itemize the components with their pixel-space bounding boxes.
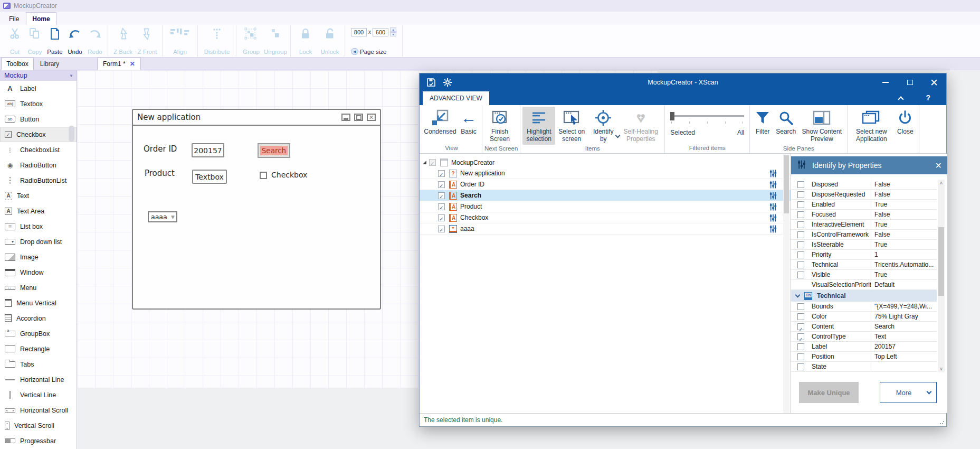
property-row[interactable]: VisualSelectionPriority Default	[791, 280, 937, 290]
property-row[interactable]: IsControlFramework False	[791, 230, 937, 240]
toolbox-item[interactable]: Button	[0, 111, 77, 127]
show-content-preview-button[interactable]: Show Content Preview	[798, 107, 845, 145]
product-textbox[interactable]: Textbox	[192, 170, 227, 184]
identify-by-button[interactable]: Identify by	[588, 107, 619, 145]
product-label[interactable]: Product	[145, 169, 175, 178]
order-id-textbox[interactable]: 200157	[192, 143, 224, 157]
tab-form1[interactable]: Form1 * ✕	[97, 58, 141, 70]
tree-row-checkbox[interactable]	[438, 203, 445, 210]
toolbox-item[interactable]: List box	[0, 219, 77, 234]
toolbox-item[interactable]: Vertical Scroll	[0, 418, 77, 433]
identify-properties-icon[interactable]	[769, 214, 777, 223]
minimize-icon[interactable]	[873, 73, 898, 91]
tree-row-checkbox[interactable]	[438, 192, 445, 199]
chevron-down-icon[interactable]: ▼	[69, 73, 73, 78]
property-row[interactable]: Label 200157	[791, 342, 937, 352]
tree-row[interactable]: Product	[420, 201, 791, 212]
toolbox-item[interactable]: Label	[0, 81, 77, 96]
page-size-spinner[interactable]: ▲▼	[390, 27, 396, 36]
identify-properties-icon[interactable]	[769, 225, 777, 235]
unlock-button[interactable]: Unlock	[318, 25, 342, 57]
toolbox-item[interactable]: Accordion	[0, 311, 77, 326]
scroll-down-icon[interactable]: ∨	[938, 366, 945, 372]
tree-row[interactable]: Order ID	[420, 179, 791, 190]
search-button[interactable]: Search	[774, 107, 798, 137]
property-row[interactable]: Enabled True	[791, 200, 937, 210]
toolbox-item[interactable]: Image	[0, 249, 77, 265]
section-chevron-icon[interactable]	[795, 293, 801, 298]
maximize-icon[interactable]	[898, 73, 922, 91]
tree-row[interactable]: aaaa	[420, 223, 791, 235]
order-id-label[interactable]: Order ID	[144, 144, 177, 154]
property-checkbox[interactable]	[797, 241, 804, 248]
tree-row-checkbox[interactable]	[429, 159, 436, 166]
select-on-screen-button[interactable]: Select on screen	[556, 107, 587, 145]
technical-section-header[interactable]: Th Technical	[791, 290, 937, 302]
tab-library[interactable]: Library	[35, 58, 64, 70]
toolbox-item[interactable]: Checkbox	[0, 127, 77, 142]
highlight-selection-button[interactable]: Highlight selection	[522, 107, 555, 145]
property-checkbox[interactable]	[797, 191, 804, 198]
toolbox-item[interactable]: Menu	[0, 280, 77, 295]
distribute-button[interactable]: Distribute	[201, 25, 233, 57]
property-checkbox[interactable]	[797, 201, 804, 208]
identify-properties-icon[interactable]	[769, 170, 777, 179]
identify-properties-icon[interactable]	[769, 181, 777, 190]
copy-button[interactable]: Copy	[25, 25, 45, 57]
filtered-items-slider[interactable]: Selected All	[667, 107, 747, 136]
mockup-checkbox-label[interactable]: Checkbox	[271, 171, 307, 179]
group-button[interactable]: Group	[239, 25, 263, 57]
toolbox-item[interactable]: Menu Vertical	[0, 295, 77, 311]
mockup-window[interactable]: New application ✕ Order ID 200157 Search…	[132, 109, 381, 310]
page-size-back-icon[interactable]: ◀	[351, 48, 358, 55]
redo-button[interactable]: Redo	[85, 25, 105, 57]
tree-expander-icon[interactable]	[423, 161, 426, 164]
lock-button[interactable]: Lock	[293, 25, 318, 57]
tree-row[interactable]: New application	[420, 168, 791, 179]
tree-row-checkbox[interactable]	[438, 170, 445, 177]
property-row[interactable]: Disposed False	[791, 180, 937, 190]
toolbox-item[interactable]: CheckboxList	[0, 142, 77, 157]
sketch-close-icon[interactable]: ✕	[367, 114, 376, 121]
condensed-button[interactable]: Condensed	[423, 107, 457, 137]
mockup-dropdown[interactable]: aaaa ▼	[148, 211, 177, 222]
properties-scrollbar[interactable]: ∧ ∨	[938, 180, 945, 372]
property-checkbox[interactable]	[797, 313, 804, 320]
tab-toolbox[interactable]: Toolbox	[1, 58, 34, 70]
property-checkbox[interactable]	[797, 221, 804, 228]
toolbox-item[interactable]: Text Area	[0, 203, 77, 219]
close-window-icon[interactable]: ✕	[922, 73, 946, 91]
close-xscan-button[interactable]: Close	[893, 107, 917, 137]
more-chevron-icon[interactable]	[927, 389, 932, 395]
sketch-minimize-icon[interactable]	[341, 114, 350, 121]
advanced-view-tab[interactable]: ADVANCED VIEW	[423, 91, 489, 105]
property-row[interactable]: DisposeRequested False	[791, 190, 937, 200]
tree-row[interactable]: Search	[420, 190, 791, 201]
spin-up-icon[interactable]: ▲	[390, 27, 396, 32]
toolbox-item[interactable]: Horizontal Scroll	[0, 403, 77, 418]
toolbox-item[interactable]: Progressbar	[0, 433, 77, 448]
toolbox-item[interactable]: Vertical Line	[0, 387, 77, 403]
basic-button[interactable]: ← Basic	[458, 107, 480, 137]
property-checkbox[interactable]	[797, 303, 804, 310]
gear-icon[interactable]	[443, 78, 452, 87]
property-row[interactable]: InteractiveElement True	[791, 220, 937, 230]
property-row[interactable]: Position Top Left	[791, 352, 937, 362]
sketch-maximize-icon[interactable]	[354, 114, 363, 121]
property-checkbox[interactable]	[797, 323, 804, 330]
property-checkbox[interactable]	[797, 343, 804, 350]
property-row[interactable]: Technical Tricentis.Automatio...	[791, 260, 937, 270]
more-button[interactable]: More	[880, 382, 937, 403]
property-checkbox[interactable]	[797, 363, 804, 370]
toolbox-item[interactable]: Tabs	[0, 357, 77, 372]
finish-screen-button[interactable]: Finish Screen	[484, 107, 515, 145]
property-checkbox[interactable]	[797, 251, 804, 258]
make-unique-button[interactable]: Make Unique	[799, 382, 859, 403]
property-row[interactable]: IsSteerable True	[791, 240, 937, 250]
toolbox-item[interactable]: GroupBox	[0, 326, 77, 341]
toolbox-item[interactable]: Drop down list	[0, 234, 77, 249]
property-row[interactable]: Focused False	[791, 210, 937, 220]
help-icon[interactable]: ?	[926, 93, 930, 102]
slider-thumb[interactable]	[670, 112, 674, 120]
spin-down-icon[interactable]: ▼	[390, 32, 396, 36]
